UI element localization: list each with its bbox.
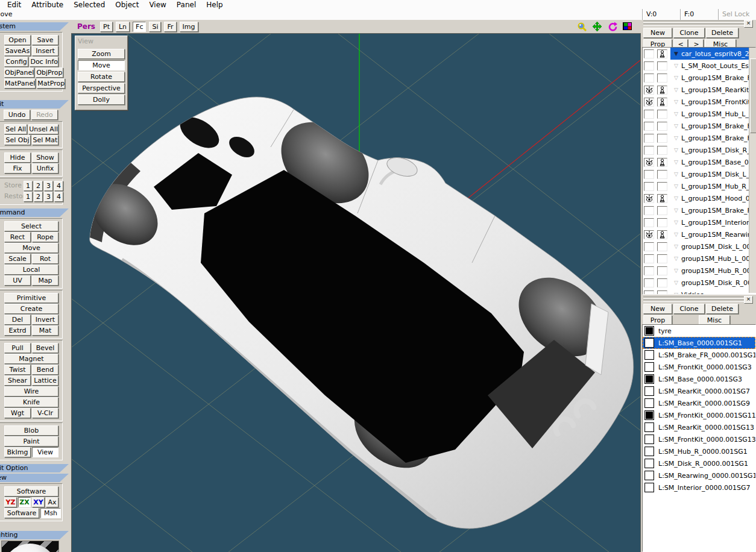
map-button[interactable]: Map: [32, 275, 58, 286]
object-entry[interactable]: ▽group1SM_Disk_R_00: [670, 277, 755, 289]
object-row[interactable]: ▽L_group1SM_Disk_R_: [643, 144, 755, 156]
primitive-button[interactable]: Primitive: [4, 293, 58, 303]
lattice-button[interactable]: Lattice: [32, 375, 58, 386]
object-list-scrollbar[interactable]: [749, 48, 756, 293]
object-row[interactable]: ▽group1SM_Disk_L_00: [643, 240, 755, 252]
config-button[interactable]: Config: [4, 57, 28, 67]
object-row[interactable]: ▽Vidrios: [643, 289, 755, 295]
pan-tool-icon[interactable]: [592, 22, 602, 31]
new-button[interactable]: New: [643, 28, 672, 38]
material-row[interactable]: L:SM_Base_0000.001SG1: [643, 337, 755, 349]
object-entry[interactable]: ▽L_group1SM_Hub_L_0: [670, 108, 755, 120]
lock-checkbox[interactable]: [657, 254, 667, 263]
unsel-all-button[interactable]: Unsel All: [28, 124, 58, 134]
object-entry[interactable]: ▽L_group1SM_Brake_F: [670, 132, 755, 144]
object-row[interactable]: ▽group1SM_Hub_L_000: [643, 252, 755, 265]
v-clr-button[interactable]: V-Clr: [32, 408, 58, 418]
uv-button[interactable]: UV: [4, 275, 31, 286]
display-toggle-img[interactable]: Img: [180, 22, 198, 32]
move-button[interactable]: Move: [4, 243, 58, 253]
lock-checkbox[interactable]: [657, 266, 667, 275]
view-move-button[interactable]: Move: [78, 60, 125, 71]
expand-arrow-icon[interactable]: ▽: [674, 123, 678, 129]
material-row[interactable]: L:SM_FrontKit_0000.001SG3: [643, 361, 755, 373]
lock-checkbox[interactable]: [657, 134, 667, 143]
4-button[interactable]: 4: [54, 181, 63, 191]
paint-button[interactable]: Paint: [4, 436, 58, 447]
lock-checkbox[interactable]: [657, 242, 667, 251]
expand-arrow-icon[interactable]: ▽: [674, 63, 678, 69]
material-row[interactable]: L:SM_Base_0000.001SG3: [643, 373, 755, 385]
xy-button[interactable]: XY: [32, 497, 45, 507]
lock-checkbox[interactable]: [657, 86, 667, 95]
select-button[interactable]: Select: [4, 221, 58, 231]
object-entry[interactable]: ▽group1SM_Disk_L_00: [670, 240, 755, 252]
object-entry[interactable]: ▽Vidrios: [670, 289, 755, 295]
software-button[interactable]: Software: [4, 486, 58, 497]
doc-info-button[interactable]: Doc Info: [30, 57, 58, 67]
zx-button[interactable]: ZX: [18, 497, 31, 507]
material-row[interactable]: L:SM_RearKit_0000.001SG9: [643, 397, 755, 409]
expand-arrow-icon[interactable]: ▽: [674, 292, 678, 295]
visibility-checkbox[interactable]: [644, 230, 654, 239]
lock-checkbox[interactable]: [657, 49, 667, 58]
bend-button[interactable]: Bend: [32, 365, 58, 375]
view-rotate-button[interactable]: Rotate: [78, 72, 125, 82]
visibility-checkbox[interactable]: [644, 194, 654, 203]
visibility-checkbox[interactable]: [644, 290, 654, 295]
unfix-button[interactable]: Unfix: [32, 163, 58, 174]
menu-item-view[interactable]: View: [149, 1, 166, 9]
lock-checkbox[interactable]: [657, 61, 667, 71]
object-row[interactable]: ▽L_group1SM_Hub_R_0: [643, 180, 755, 192]
object-row[interactable]: ▽L_SM_Root_Louts_Es: [643, 60, 755, 72]
lock-checkbox[interactable]: [657, 290, 667, 295]
rot-button[interactable]: Rot: [32, 254, 58, 264]
lighting-preview[interactable]: [1, 541, 59, 552]
view-perspective-button[interactable]: Perspective: [78, 83, 125, 93]
visibility-checkbox[interactable]: [644, 146, 654, 155]
object-entry[interactable]: ▽group1SM_Hub_L_000: [670, 252, 755, 265]
expand-arrow-icon[interactable]: ▽: [674, 183, 678, 189]
object-row[interactable]: ▽group1SM_Hub_R_00: [643, 265, 755, 277]
visibility-checkbox[interactable]: [644, 86, 654, 95]
object-entry[interactable]: ▽L_group1SM_RearKit: [670, 84, 755, 96]
expand-arrow-icon[interactable]: ▽: [674, 268, 678, 274]
undo-button[interactable]: Undo: [4, 110, 30, 120]
menu-item-panel[interactable]: Panel: [177, 1, 196, 9]
material-row[interactable]: L:SM_Interior_0000.001SG7: [643, 481, 755, 494]
object-entry[interactable]: ▽L_group1SM_Brake_F: [670, 204, 755, 216]
matprop-button[interactable]: MatProp: [37, 78, 65, 89]
visibility-checkbox[interactable]: [644, 61, 654, 71]
visibility-checkbox[interactable]: [644, 242, 654, 251]
shear-button[interactable]: Shear: [4, 375, 31, 386]
rotate-tool-icon[interactable]: [607, 22, 618, 31]
lock-checkbox[interactable]: [657, 146, 667, 155]
object-entry[interactable]: ▽group1SM_Hub_R_00: [670, 265, 755, 277]
lock-checkbox[interactable]: [657, 122, 667, 131]
expand-arrow-icon[interactable]: ▽: [674, 231, 678, 237]
menu-item-edit[interactable]: Edit: [7, 1, 21, 9]
rect-button[interactable]: Rect: [4, 232, 31, 242]
object-row[interactable]: ▽L_group1SM_RearKit: [643, 84, 755, 96]
extrd-button[interactable]: Extrd: [4, 325, 31, 336]
object-entry[interactable]: ▽L_group1SM_Base_00: [670, 156, 755, 168]
matpanel-button[interactable]: MatPanel: [4, 78, 36, 89]
del-button[interactable]: Del: [4, 315, 31, 325]
clone-button[interactable]: Clone: [673, 304, 705, 314]
material-row[interactable]: L:SM_FrontKit_0000.001SG13: [643, 433, 755, 445]
expand-arrow-icon[interactable]: ▽: [674, 171, 678, 177]
redo-button[interactable]: Redo: [31, 110, 58, 120]
menu-item-object[interactable]: Object: [115, 1, 139, 9]
object-entry[interactable]: ▽L_group1SM_Hood_00: [670, 192, 755, 204]
lock-checkbox[interactable]: [657, 278, 667, 287]
display-toggle-si[interactable]: Si: [149, 22, 161, 32]
display-toggle-fr[interactable]: Fr: [164, 22, 176, 32]
display-toggle-ln[interactable]: Ln: [116, 22, 130, 32]
object-row[interactable]: ▽L_group1SM_Brake_F: [643, 120, 755, 132]
display-toggle-fc[interactable]: Fc: [133, 22, 146, 32]
visibility-checkbox[interactable]: [644, 218, 654, 227]
delete-button[interactable]: Delete: [706, 304, 739, 314]
3-button[interactable]: 3: [44, 181, 53, 191]
material-row[interactable]: L:SM_Disk_R_0000.001SG1: [643, 457, 755, 469]
material-row[interactable]: L:SM_Hub_R_0000.001SG1: [643, 445, 755, 457]
